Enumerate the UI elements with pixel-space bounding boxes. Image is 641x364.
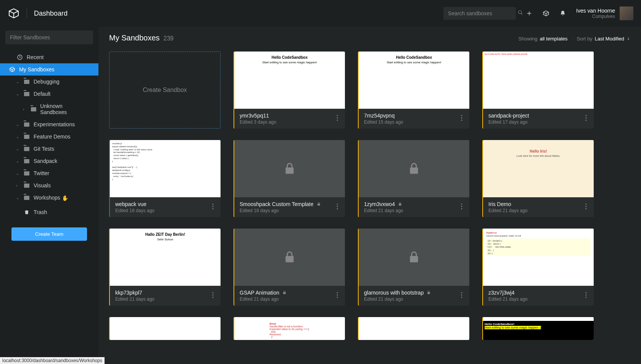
cube-icon[interactable]	[543, 10, 549, 17]
svg-point-14	[337, 204, 338, 205]
card-subtitle: Edited 18 days ago	[115, 208, 211, 213]
card-menu-button[interactable]	[584, 290, 588, 301]
card-title: GSAP Animation	[240, 290, 335, 296]
nav-folder-debugging[interactable]: ⌄Debugging	[5, 76, 93, 88]
svg-point-22	[586, 208, 587, 209]
nav-folder-twitter[interactable]: ⌄Twitter	[5, 167, 93, 179]
chevron-icon: ⌄	[16, 159, 20, 163]
folder-icon	[24, 170, 30, 176]
nav-folder-experimentations[interactable]: ⌄Experimentations	[5, 118, 93, 130]
card-menu-button[interactable]	[211, 202, 215, 213]
add-icon[interactable]	[526, 10, 533, 17]
svg-point-18	[461, 206, 462, 207]
bell-icon[interactable]	[559, 10, 566, 17]
sandbox-card[interactable]: Smooshpack Custom Template Edited 18 day…	[234, 140, 345, 217]
filter-input[interactable]	[5, 31, 93, 44]
nav-folder-default[interactable]: ⌄Default	[5, 88, 93, 100]
sandbox-card[interactable]: Hello CodeSandbox!Start editing to see s…	[482, 317, 594, 340]
nav-my-sandboxes[interactable]: My Sandboxes	[0, 63, 98, 76]
sandbox-card[interactable]: 1zym3vxwo4 Edited 21 days ago	[358, 140, 469, 217]
card-subtitle: Edited 21 days ago	[488, 296, 584, 302]
template-filter[interactable]: Showing all templates	[519, 36, 568, 42]
svg-point-31	[461, 297, 462, 298]
svg-point-25	[213, 297, 214, 298]
app-logo[interactable]	[8, 7, 20, 19]
sandbox-card[interactable]: glamorous with bootstrap Edited 21 days …	[358, 229, 469, 306]
card-menu-button[interactable]	[584, 113, 588, 124]
create-sandbox-card[interactable]: Create Sandbox	[109, 52, 221, 129]
chevron-icon: ⌄	[16, 171, 20, 176]
card-menu-button[interactable]	[211, 290, 215, 301]
card-menu-button[interactable]	[459, 202, 464, 213]
nav-folder-sandpack[interactable]: ⌄Sandpack	[5, 155, 93, 167]
sandbox-card[interactable]: Hallo ZEIT Day Berlin!Sehr Schon kkp73pk…	[109, 229, 221, 306]
sandbox-count: 239	[163, 35, 174, 42]
card-thumbnail	[359, 140, 469, 197]
card-title: Smooshpack Custom Template	[240, 201, 335, 207]
svg-point-0	[519, 11, 522, 14]
card-menu-button[interactable]	[335, 290, 340, 301]
svg-point-34	[586, 297, 587, 298]
sandbox-card[interactable]: Hello CodeSandboxStart editing to see so…	[358, 52, 469, 129]
search-icon	[518, 10, 523, 17]
chevron-icon: ⌄	[16, 122, 20, 127]
sandbox-card[interactable]: TypeErrorCannot read property 'state' of…	[482, 229, 594, 306]
chevron-icon: ⌄	[16, 147, 20, 151]
nav-trash[interactable]: Trash	[5, 206, 93, 218]
card-title: kkp73pkpl7	[115, 290, 211, 296]
card-subtitle: Edited 21 days ago	[364, 296, 459, 302]
nav-folder-workshops[interactable]: ⌄Workshops	[5, 192, 93, 204]
svg-point-30	[461, 295, 462, 296]
header-separator	[27, 8, 27, 18]
card-menu-button[interactable]	[584, 202, 588, 213]
nav-folder-git-tests[interactable]: ⌄Git Tests	[5, 143, 93, 155]
card-title: 7mz54pvpnq	[364, 113, 459, 119]
sandbox-card[interactable]: module.jsexport default function(){ // a…	[109, 140, 221, 217]
folder-icon	[24, 146, 30, 152]
svg-point-6	[461, 118, 462, 119]
avatar[interactable]	[620, 6, 633, 20]
sandbox-card[interactable]: Hello CodeSandboxStart editing to see so…	[234, 52, 345, 129]
card-thumbnail	[234, 229, 345, 286]
card-menu-button[interactable]	[459, 113, 464, 124]
sandbox-card[interactable]	[109, 317, 221, 340]
page-title: My Sandboxes	[109, 34, 159, 42]
sandbox-card[interactable]: Hello Iris!Look here for more info about…	[482, 140, 594, 217]
chevron-icon: ›	[16, 184, 20, 188]
search-input[interactable]	[448, 10, 515, 16]
nav-folder-visuals[interactable]: ›Visuals	[5, 179, 93, 192]
card-thumbnail	[359, 229, 469, 286]
sandbox-card[interactable]: GSAP Animation Edited 21 days ago	[234, 229, 345, 306]
card-menu-button[interactable]	[335, 113, 340, 124]
folder-icon	[24, 195, 30, 201]
chevron-icon: ⌄	[16, 92, 20, 96]
card-title: glamorous with bootstrap	[364, 290, 459, 296]
svg-point-7	[461, 120, 462, 121]
sandbox-card[interactable]: 9a7119f6-6d70-7928-a568-c369c8c41208 san…	[482, 52, 594, 129]
create-team-button[interactable]: Create Team	[11, 227, 87, 241]
svg-point-28	[337, 297, 338, 298]
svg-point-2	[337, 115, 338, 116]
global-search[interactable]	[443, 7, 516, 20]
nav-recent[interactable]: Recent	[5, 51, 93, 63]
sort-control[interactable]: Sort by Last Modified	[577, 36, 630, 42]
svg-point-17	[461, 204, 462, 205]
card-menu-button[interactable]	[335, 202, 340, 213]
user-menu[interactable]: Ives van Hoorne Compulves	[576, 6, 633, 20]
nav-folder-unknown-sandboxes[interactable]: ›Unknown Sandboxes	[5, 100, 93, 118]
sandbox-card[interactable]: Errorresults.filter is not a functionExp…	[234, 317, 345, 340]
sandbox-card[interactable]	[358, 317, 469, 340]
card-title: Iris Demo	[488, 201, 584, 207]
lock-icon	[282, 290, 287, 296]
card-subtitle: Edited 17 days ago	[488, 119, 584, 125]
folder-icon	[24, 121, 30, 127]
sort-arrow-icon	[627, 36, 630, 42]
svg-point-20	[586, 204, 587, 205]
svg-point-5	[461, 115, 462, 116]
nav-folder-feature-demos[interactable]: ⌄Feature Demos	[5, 130, 93, 143]
card-title: ymr3v5pq11	[240, 113, 335, 119]
card-menu-button[interactable]	[459, 290, 464, 301]
user-org: Compulves	[576, 14, 615, 19]
svg-point-4	[337, 120, 338, 121]
folder-icon	[24, 158, 30, 164]
